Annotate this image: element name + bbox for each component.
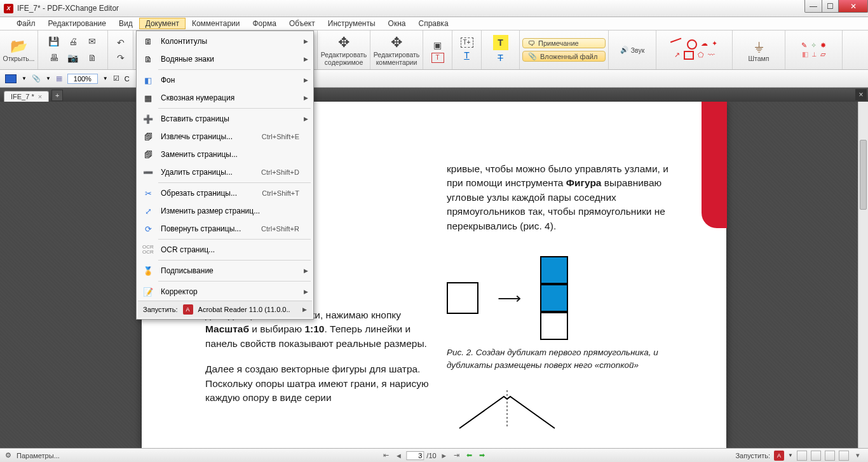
rect-icon[interactable] — [684, 51, 694, 60]
app-icon: X — [4, 4, 13, 13]
dd-headers[interactable]: 🗏Колонтитулы▶ — [138, 32, 312, 50]
dd-launch-row[interactable]: Запустить: A Acrobat Reader 11.0 (11.0.0… — [138, 301, 312, 318]
cloud-icon[interactable]: ☁ — [701, 39, 708, 50]
line-icon[interactable] — [670, 37, 684, 51]
text-box-icon[interactable]: T — [431, 53, 444, 63]
c-icon[interactable]: C — [125, 75, 130, 83]
view-single-icon[interactable] — [797, 451, 807, 461]
back-nav-icon[interactable]: ⬅ — [465, 451, 475, 461]
text-add-icon[interactable]: T+ — [461, 37, 473, 48]
view-two-cont-icon[interactable] — [839, 451, 849, 461]
pentagon-icon[interactable]: ⬠ — [698, 51, 704, 60]
sound-icon[interactable]: 🔊 — [620, 46, 628, 54]
eraser-icon[interactable]: ◧ — [802, 50, 808, 58]
dd-background[interactable]: ◧Фон▶ — [138, 71, 312, 89]
last-page-icon[interactable]: ⇥ — [452, 451, 462, 461]
fill-color-swatch[interactable] — [5, 74, 17, 83]
next-page-icon[interactable]: ► — [439, 451, 449, 461]
ruler-icon[interactable]: ▱ — [820, 50, 825, 58]
dd-crop[interactable]: ✂Обрезать страницы...Ctrl+Shift+T — [138, 184, 312, 202]
arrow-icon[interactable]: ↗ — [674, 51, 680, 60]
print-icon[interactable]: 🖨 — [65, 34, 81, 49]
measure-icon[interactable]: ⟂ — [812, 50, 817, 58]
attach-button[interactable]: 📎 Вложенный файл — [522, 51, 606, 62]
dd-resize[interactable]: ⤢Изменить размер страниц... — [138, 202, 312, 220]
ocr-icon: OCROCR — [142, 243, 154, 256]
edit-comments-button[interactable]: ✥ Редактировать комментарии — [374, 32, 419, 68]
menu-object[interactable]: Объект — [283, 18, 322, 29]
tab-add-button[interactable]: + — [51, 90, 63, 101]
mail-icon[interactable]: ✉ — [85, 34, 100, 49]
maximize-button[interactable]: ☐ — [822, 0, 839, 13]
launch-app-label: Acrobat Reader 11.0 (11.0.0.. — [198, 306, 290, 313]
document-menu-dropdown: 🗏Колонтитулы▶ 🗎Водяные знаки▶ ◧Фон▶ ▦Скв… — [136, 31, 314, 320]
params-button[interactable]: Параметры... — [17, 452, 60, 459]
menu-comments[interactable]: Комментарии — [186, 18, 247, 29]
circle-icon[interactable] — [687, 39, 697, 50]
square-single — [447, 282, 478, 314]
view-two-icon[interactable] — [825, 451, 835, 461]
crop-icon: ✂ — [142, 187, 154, 200]
tab-close-icon[interactable]: × — [38, 93, 42, 100]
minimize-button[interactable]: — — [804, 0, 822, 13]
dd-watermarks[interactable]: 🗎Водяные знаки▶ — [138, 50, 312, 68]
dd-insert[interactable]: ➕Вставить страницы▶ — [138, 110, 312, 128]
menu-help[interactable]: Справка — [412, 18, 454, 29]
dd-sign[interactable]: 🏅Подписывание▶ — [138, 262, 312, 280]
prev-page-icon[interactable]: ◄ — [393, 451, 403, 461]
launch-label: Запустить: — [143, 306, 178, 313]
dd-ocr[interactable]: OCROCROCR страниц... — [138, 241, 312, 259]
dd-bates[interactable]: ▦Сквозная нумерация▶ — [138, 89, 312, 107]
menu-view[interactable]: Вид — [112, 18, 139, 29]
dd-corrector[interactable]: 📝Корректор▶ — [138, 283, 312, 301]
vertical-scrollbar[interactable] — [858, 102, 868, 448]
note-label: Примечание — [538, 39, 579, 47]
wand-icon[interactable]: ✧ — [811, 41, 817, 49]
dd-extract[interactable]: 🗐Извлечь страницы...Ctrl+Shift+E — [138, 128, 312, 146]
menu-form[interactable]: Форма — [246, 18, 282, 29]
gear-icon[interactable]: ⚙ — [5, 451, 11, 459]
highlight-icon[interactable]: T — [493, 35, 508, 50]
dd-delete[interactable]: ➖Удалить страницы...Ctrl+Shift+D — [138, 163, 312, 181]
fwd-nav-icon[interactable]: ➡ — [477, 451, 487, 461]
menu-tools[interactable]: Инструменты — [322, 18, 382, 29]
dd-rotate[interactable]: ⟳Повернуть страницы...Ctrl+Shift+R — [138, 220, 312, 238]
text-underline-icon[interactable]: T — [459, 48, 475, 63]
first-page-icon[interactable]: ⇤ — [381, 451, 391, 461]
page-input[interactable] — [406, 451, 424, 460]
scan-icon[interactable]: 🖶 — [46, 50, 62, 65]
stamp-button[interactable]: ⏚ Штамп — [736, 32, 781, 68]
cloud2-icon[interactable]: ✦ — [712, 39, 717, 50]
camera-icon[interactable]: 📷 — [65, 50, 81, 65]
save-icon[interactable]: 💾 — [46, 34, 62, 49]
redo-icon[interactable]: ↷ — [113, 50, 128, 65]
edit-content-button[interactable]: ✥ Редактировать содержимое — [322, 32, 366, 68]
grid-icon[interactable]: ▦ — [56, 74, 62, 83]
dd-replace[interactable]: 🗐Заменить страницы... — [138, 146, 312, 163]
clip-small-icon[interactable]: 📎 — [32, 74, 41, 83]
note-button[interactable]: 🗨 Примечание — [522, 38, 606, 48]
menu-edit[interactable]: Редактирование — [42, 18, 112, 29]
tabs-close-all[interactable]: × — [855, 89, 867, 100]
status-bar: ⚙ Параметры... ⇤ ◄ /10 ► ⇥ ⬅ ➡ Запустить… — [0, 448, 868, 462]
zoom-input[interactable] — [67, 74, 98, 84]
close-button[interactable]: ✕ — [839, 0, 868, 13]
convert-icon[interactable]: 🗎 — [85, 50, 100, 65]
status-acrobat-icon[interactable]: A — [774, 451, 784, 461]
check-icon[interactable]: ☑ — [113, 74, 119, 83]
select-rect-icon[interactable]: ▣ — [430, 37, 445, 53]
view-cont-icon[interactable] — [811, 451, 821, 461]
tab-ife7[interactable]: IFE_7 * × — [4, 91, 49, 102]
menu-windows[interactable]: Окна — [382, 18, 412, 29]
polyline-icon[interactable]: 〰 — [708, 51, 715, 60]
menu-file[interactable]: Файл — [10, 18, 42, 29]
star-icon[interactable]: ✸ — [820, 41, 826, 49]
scrollbar-thumb[interactable] — [860, 140, 867, 210]
pencil-icon[interactable]: ✎ — [801, 41, 807, 49]
page-total: /10 — [426, 452, 436, 459]
layout-more-icon[interactable]: ▾ — [853, 451, 863, 461]
undo-icon[interactable]: ↶ — [113, 35, 128, 50]
open-button[interactable]: 📂 Открыть... — [0, 32, 41, 68]
strike-icon[interactable]: T — [493, 50, 508, 65]
menu-document[interactable]: Документ — [139, 18, 186, 29]
